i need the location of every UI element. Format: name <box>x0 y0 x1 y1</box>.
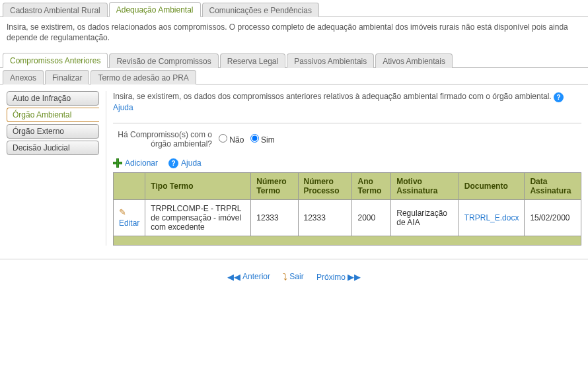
th-data: Data Assinatura <box>525 172 581 199</box>
radio-group: Não Sim <box>219 134 279 145</box>
table-header: Tipo Termo Número Termo Número Processo … <box>114 172 581 199</box>
th-motivo: Motivo Assinatura <box>391 172 459 199</box>
plus-icon[interactable] <box>113 158 122 168</box>
radio-yes-label[interactable]: Sim <box>250 135 275 145</box>
nav-next[interactable]: Próximo ▶▶ <box>316 272 361 282</box>
panel-description: Insira, se existirem, os dados dos compr… <box>113 91 581 119</box>
cell-num-termo: 12333 <box>251 199 298 236</box>
table-footer-row <box>114 236 581 245</box>
sub-tab-bar-1: Compromissos Anteriores Revisão de Compr… <box>0 51 588 68</box>
side-orgao-externo[interactable]: Órgão Externo <box>7 124 99 139</box>
content-area: Auto de Infração Órgão Ambiental Órgão E… <box>0 84 588 259</box>
nav-exit[interactable]: ⤵ Sair <box>283 271 303 282</box>
cell-data: 15/02/2000 <box>525 199 581 236</box>
side-decisao-judicial[interactable]: Decisão Judicial <box>7 141 99 155</box>
add-link[interactable]: Adicionar <box>125 158 158 168</box>
tab-termo-pra[interactable]: Termo de adesão ao PRA <box>91 70 196 84</box>
action-row: Adicionar ? Ajuda <box>113 158 581 168</box>
tab-comunicacoes[interactable]: Comunicações e Pendências <box>202 3 319 17</box>
question-label: Há Compromisso(s) com o órgão ambiental? <box>113 130 212 149</box>
tab-compromissos-anteriores[interactable]: Compromissos Anteriores <box>3 53 108 68</box>
sub-tab-bar-2: Anexos Finalizar Termo de adesão ao PRA <box>0 68 588 84</box>
tab-anexos[interactable]: Anexos <box>3 70 44 84</box>
side-orgao-ambiental[interactable]: Órgão Ambiental <box>7 108 99 122</box>
side-button-group: Auto de Infração Órgão Ambiental Órgão E… <box>7 91 99 245</box>
nav-footer: ◀◀ Anterior ⤵ Sair Próximo ▶▶ <box>0 259 588 289</box>
nav-next-label: Próximo <box>316 273 346 282</box>
tab-passivos[interactable]: Passivos Ambientais <box>287 53 374 68</box>
compromissos-table: Tipo Termo Número Termo Número Processo … <box>113 172 581 246</box>
help-link[interactable]: Ajuda <box>113 103 133 112</box>
nav-prev[interactable]: ◀◀ Anterior <box>227 272 270 282</box>
cell-motivo: Regularização de AIA <box>391 199 459 236</box>
help-link-2[interactable]: Ajuda <box>181 158 202 168</box>
radio-no[interactable] <box>219 134 227 143</box>
cell-num-proc: 12333 <box>298 199 352 236</box>
double-right-arrow-icon: ▶▶ <box>348 272 361 282</box>
th-edit <box>114 172 145 199</box>
cell-doc: TRPRL_E.docx <box>459 199 525 236</box>
tab-reserva-legal[interactable]: Reserva Legal <box>220 53 285 68</box>
table-footer-cell <box>114 236 581 245</box>
help-icon[interactable]: ? <box>554 92 564 102</box>
tab-adequacao[interactable]: Adequação Ambiental <box>109 2 201 17</box>
th-doc: Documento <box>459 172 525 199</box>
tab-cadastro[interactable]: Cadastro Ambiental Rural <box>3 3 108 17</box>
cell-ano: 2000 <box>352 199 391 236</box>
question-row: Há Compromisso(s) com o órgão ambiental?… <box>113 130 581 149</box>
down-arrow-icon: ⤵ <box>283 271 287 282</box>
nav-exit-label: Sair <box>289 272 303 281</box>
nav-prev-label: Anterior <box>242 272 270 281</box>
th-tipo: Tipo Termo <box>145 172 251 199</box>
radio-yes-text: Sim <box>261 135 275 145</box>
edit-link[interactable]: Editar <box>119 218 139 228</box>
side-auto-infracao[interactable]: Auto de Infração <box>7 91 99 106</box>
help-icon-2[interactable]: ? <box>168 158 178 168</box>
radio-yes[interactable] <box>250 134 259 143</box>
double-left-arrow-icon: ◀◀ <box>227 272 240 282</box>
th-ano: Ano Termo <box>352 172 391 199</box>
cell-tipo: TRPRLCOMP-E - TRPRL de compensação - imó… <box>145 199 251 236</box>
separator <box>113 123 581 123</box>
page-description: Insira, se existirem, os dados relaciona… <box>0 17 588 51</box>
panel-desc-text: Insira, se existirem, os dados dos compr… <box>113 92 552 101</box>
radio-no-label[interactable]: Não <box>219 135 246 145</box>
th-num-proc: Número Processo <box>298 172 352 199</box>
radio-no-text: Não <box>229 135 244 145</box>
main-panel: Insira, se existirem, os dados dos compr… <box>106 91 581 245</box>
th-num-termo: Número Termo <box>251 172 298 199</box>
pencil-icon[interactable]: ✎ <box>119 207 126 217</box>
tab-revisao[interactable]: Revisão de Compromissos <box>109 53 218 68</box>
main-tab-bar: Cadastro Ambiental Rural Adequação Ambie… <box>0 0 588 17</box>
cell-edit: ✎ Editar <box>114 199 145 236</box>
tab-ativos[interactable]: Ativos Ambientais <box>375 53 453 68</box>
tab-finalizar[interactable]: Finalizar <box>45 70 89 84</box>
doc-link[interactable]: TRPRL_E.docx <box>464 213 519 222</box>
table-row: ✎ Editar TRPRLCOMP-E - TRPRL de compensa… <box>114 199 581 236</box>
